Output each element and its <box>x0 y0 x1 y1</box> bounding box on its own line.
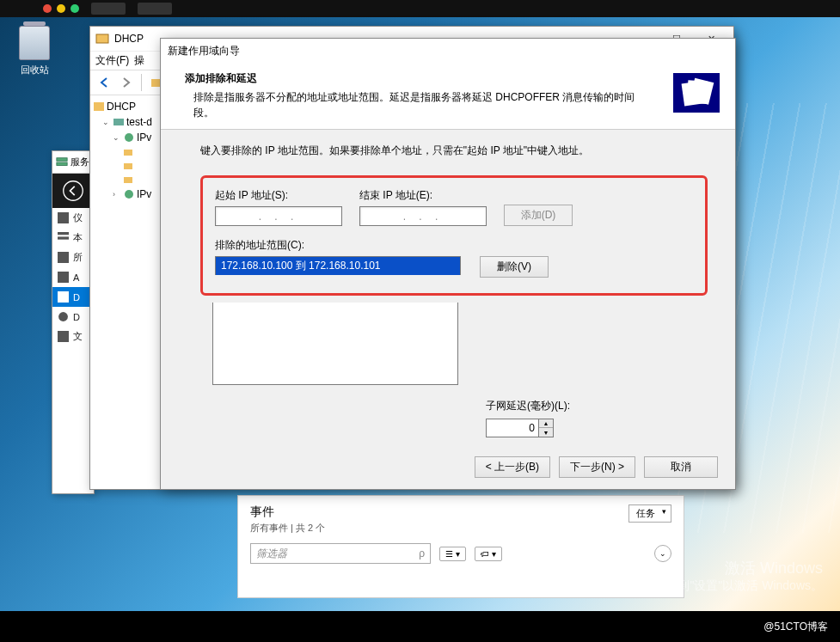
highlighted-region: 起始 IP 地址(S): 结束 IP 地址(E): 添加(D) 排除的地址范围(… <box>200 175 708 296</box>
nav-dashboard[interactable]: 仪 <box>52 208 94 228</box>
server-icon <box>58 232 69 243</box>
nav-file-services[interactable]: 文 <box>52 327 94 346</box>
close-dot[interactable] <box>43 4 52 13</box>
nav-ad-ds[interactable]: A <box>52 267 94 287</box>
back-button[interactable] <box>94 72 114 93</box>
folder-icon <box>123 161 133 171</box>
top-tab[interactable] <box>138 3 172 15</box>
server-manager-window: 服务 仪 本 所 A D D 文 <box>52 150 95 494</box>
recycle-bin-icon <box>19 26 50 60</box>
tasks-dropdown[interactable]: 任务 <box>628 504 671 523</box>
pages-icon <box>678 76 714 109</box>
wizard-header-desc: 排除是指服务器不分配的地址或地址范围。延迟是指服务器将延迟 DHCPOFFER … <box>185 89 721 120</box>
windows-activation-watermark: 激活 Windows 转到"设置"以激活 Windows。 <box>665 558 823 594</box>
svg-rect-5 <box>58 236 69 239</box>
svg-rect-8 <box>58 291 69 303</box>
expand-icon[interactable]: › <box>113 190 121 199</box>
collapse-icon[interactable]: ⌄ <box>113 133 121 142</box>
nav-all-servers[interactable]: 所 <box>52 248 94 267</box>
filter-pill[interactable]: 🏷▾ <box>475 547 502 561</box>
wizard-footer: < 上一步(B) 下一步(N) > 取消 <box>161 444 735 489</box>
server-manager-title: 服务 <box>71 156 89 168</box>
next-button[interactable]: 下一步(N) > <box>559 456 635 478</box>
svg-rect-18 <box>124 177 132 183</box>
wizard-header-icon <box>673 73 720 113</box>
tree-server[interactable]: ⌄test-d <box>92 114 165 130</box>
page-footer: @51CTO博客 <box>0 611 840 642</box>
nav-dns[interactable]: D <box>52 307 94 327</box>
spin-up-button[interactable]: ▲ <box>539 419 553 428</box>
start-ip-input[interactable] <box>215 206 342 226</box>
wizard-instruction: 键入要排除的 IP 地址范围。如果要排除单个地址，只需在"起始 IP 地址"中键… <box>200 144 708 158</box>
end-ip-label: 结束 IP 地址(E): <box>359 188 487 203</box>
collapse-icon[interactable]: ⌄ <box>102 118 111 126</box>
delay-input[interactable] <box>486 419 539 437</box>
back-button-bar[interactable] <box>52 174 94 208</box>
svg-rect-17 <box>124 163 132 169</box>
wizard-titlebar[interactable]: 新建作用域向导 <box>161 39 735 63</box>
file-icon <box>58 331 69 342</box>
window-control-bar <box>0 0 840 17</box>
svg-point-15 <box>125 133 133 142</box>
end-ip-input[interactable] <box>359 206 487 226</box>
tree-ipv6[interactable]: ›IPv <box>92 186 165 202</box>
wizard-content: 键入要排除的 IP 地址范围。如果要排除单个地址，只需在"起始 IP 地址"中键… <box>161 130 735 446</box>
back-button[interactable]: < 上一步(B) <box>475 456 550 478</box>
excluded-ranges-listbox[interactable]: 172.168.10.100 到 172.168.10.101 <box>215 256 461 275</box>
top-tab[interactable] <box>91 3 126 15</box>
tree-scope-item[interactable] <box>92 159 165 173</box>
excluded-range-label: 排除的地址范围(C): <box>215 238 693 253</box>
filter-pill[interactable]: ☰▾ <box>439 547 466 561</box>
nav-dhcp[interactable]: D <box>52 287 94 307</box>
server-icon <box>56 156 68 168</box>
wizard-header-title: 添加排除和延迟 <box>185 71 721 86</box>
events-panel: 事件 所有事件 | 共 2 个 任务 筛选器ρ ☰▾ 🏷▾ ⌄ <box>237 495 684 598</box>
tree-scope-item[interactable] <box>92 173 165 186</box>
svg-rect-16 <box>124 150 132 156</box>
menu-action[interactable]: 操 <box>134 53 144 68</box>
tree-root[interactable]: DHCP <box>92 99 165 114</box>
excluded-range-item[interactable]: 172.168.10.100 到 172.168.10.101 <box>216 257 460 275</box>
new-scope-wizard: 新建作用域向导 添加排除和延迟 排除是指服务器不分配的地址或地址范围。延迟是指服… <box>160 38 736 490</box>
minimize-dot[interactable] <box>57 4 65 13</box>
menu-file[interactable]: 文件(F) <box>95 53 129 68</box>
filter-input[interactable]: 筛选器ρ <box>250 543 431 564</box>
maximize-dot[interactable] <box>71 4 79 13</box>
dhcp-tree: DHCP ⌄test-d ⌄IPv ›IPv <box>90 95 168 489</box>
start-ip-label: 起始 IP 地址(S): <box>215 188 342 203</box>
servers-icon <box>58 252 69 263</box>
events-title: 事件 <box>250 504 671 520</box>
svg-point-19 <box>125 190 133 199</box>
arrow-left-icon <box>98 76 110 89</box>
server-node-icon <box>113 117 124 127</box>
dhcp-app-icon <box>95 32 109 46</box>
cto-watermark: @51CTO博客 <box>763 620 828 634</box>
recycle-bin-label: 回收站 <box>9 64 60 76</box>
ipv6-icon <box>124 189 134 199</box>
recycle-bin[interactable]: 回收站 <box>9 26 60 76</box>
back-arrow-icon <box>62 180 84 202</box>
forward-button[interactable] <box>116 72 137 93</box>
dhcp-icon <box>58 291 69 303</box>
server-manager-nav: 仪 本 所 A D D 文 <box>52 208 94 346</box>
svg-rect-1 <box>57 162 67 166</box>
adds-icon <box>58 272 69 283</box>
dhcp-root-icon <box>94 101 104 112</box>
tree-ipv4[interactable]: ⌄IPv <box>92 130 165 145</box>
remove-button[interactable]: 删除(V) <box>480 256 549 278</box>
svg-rect-3 <box>58 212 69 223</box>
svg-rect-6 <box>58 252 69 263</box>
spin-down-button[interactable]: ▼ <box>539 428 553 437</box>
tree-scope-item[interactable] <box>92 145 165 159</box>
folder-icon <box>123 174 133 185</box>
svg-rect-0 <box>57 157 67 161</box>
svg-point-9 <box>58 312 68 321</box>
subnet-delay-group: 子网延迟(毫秒)(L): ▲ ▼ <box>486 399 708 437</box>
svg-rect-10 <box>58 331 69 342</box>
dhcp-title: DHCP <box>114 33 144 45</box>
add-button[interactable]: 添加(D) <box>504 205 573 226</box>
cancel-button[interactable]: 取消 <box>644 456 718 478</box>
svg-rect-11 <box>96 34 108 43</box>
nav-local-server[interactable]: 本 <box>52 228 94 248</box>
excluded-ranges-listbox-lower[interactable] <box>212 303 458 385</box>
